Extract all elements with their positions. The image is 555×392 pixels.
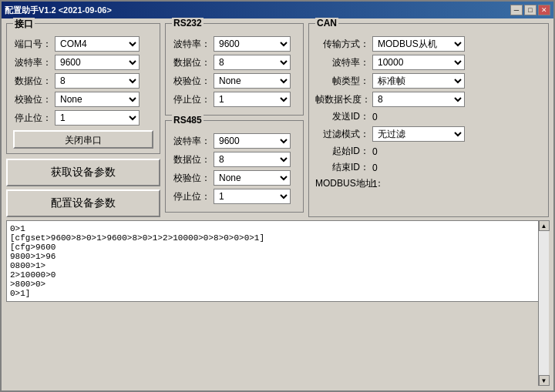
can-panel-title: CAN	[315, 18, 338, 28]
rs485-panel: RS485 波特率： 9600 数据位： 8	[165, 120, 304, 213]
trans-select[interactable]: MODBUS从机	[372, 36, 465, 52]
scrollbar[interactable]: ▲ ▼	[538, 220, 549, 386]
data-row-rs232: 数据位： 8	[172, 55, 297, 70]
framelen-label: 帧数据长度：	[315, 93, 369, 106]
log-line: 0>1	[10, 224, 534, 233]
log-area[interactable]: 0>1[cfgset>9600>8>0>1>9600>8>0>1>2>10000…	[6, 220, 549, 302]
baud-label-jiekou: 波特率：	[13, 56, 52, 69]
framelen-select[interactable]: 8	[372, 92, 465, 107]
rs232-panel-title: RS232	[172, 18, 204, 28]
modbus-label: MODBUS地址：	[315, 177, 369, 190]
stop-select-rs485[interactable]: 1	[214, 189, 291, 204]
baud-select-rs232[interactable]: 9600	[214, 36, 291, 52]
data-select-rs232[interactable]: 8	[214, 55, 291, 70]
filter-select[interactable]: 无过滤	[372, 126, 465, 142]
stop-row-jiekou: 停止位： 1	[13, 110, 153, 126]
frame-select[interactable]: 标准帧	[372, 73, 465, 89]
baud-select-can[interactable]: 10000	[372, 55, 465, 70]
check-row-jiekou: 校验位： None	[13, 92, 153, 107]
filter-row: 过滤模式： 无过滤	[315, 126, 542, 142]
get-params-button[interactable]: 获取设备参数	[6, 159, 160, 186]
rs485-panel-title: RS485	[172, 115, 204, 126]
data-label-jiekou: 数据位：	[13, 75, 52, 88]
sendid-label: 发送ID：	[315, 110, 369, 123]
close-port-button[interactable]: 关闭串口	[13, 130, 153, 149]
stop-row-rs485: 停止位： 1	[172, 189, 297, 204]
baud-label-rs485: 波特率：	[172, 135, 210, 148]
log-line: [cfgset>9600>8>0>1>9600>8>0>1>2>10000>0>…	[10, 233, 534, 243]
baud-select-jiekou[interactable]: 9600	[55, 55, 140, 70]
endid-label: 结束ID：	[315, 161, 369, 174]
main-window: 配置助手V1.2 <2021-09-06> ─ □ ✕ 接口 端口号： COM4	[0, 0, 555, 392]
jiekou-column: 接口 端口号： COM4 波特率： 9600	[6, 23, 160, 217]
startid-label: 起始ID：	[315, 145, 369, 158]
log-line: [cfg>9600	[10, 243, 534, 252]
maximize-button[interactable]: □	[524, 5, 536, 15]
endid-value: 0	[372, 162, 378, 173]
jiekou-panel: 接口 端口号： COM4 波特率： 9600	[6, 23, 160, 154]
data-row-rs485: 数据位： 8	[172, 152, 297, 167]
baud-row-can: 波特率： 10000	[315, 55, 542, 70]
baud-label-rs232: 波特率：	[172, 38, 210, 51]
check-row-rs232: 校验位： None	[172, 73, 297, 89]
baud-label-can: 波特率：	[315, 56, 369, 69]
check-label-rs232: 校验位：	[172, 75, 210, 88]
startid-row: 起始ID： 0	[315, 145, 542, 158]
log-line: 0>1]	[10, 289, 534, 298]
can-panel: CAN 传输方式： MODBUS从机 波特率： 10000 帧类型：	[308, 23, 549, 217]
check-label-jiekou: 校验位：	[13, 93, 52, 106]
framelen-row: 帧数据长度： 8	[315, 92, 542, 107]
minimize-button[interactable]: ─	[510, 5, 523, 15]
stop-row-rs232: 停止位： 1	[172, 92, 297, 107]
log-line: 9800>1>96	[10, 252, 534, 261]
title-bar: 配置助手V1.2 <2021-09-06> ─ □ ✕	[2, 2, 553, 18]
baud-row-rs232: 波特率： 9600	[172, 36, 297, 52]
top-panels-row: 接口 端口号： COM4 波特率： 9600	[6, 23, 549, 217]
stop-select-rs232[interactable]: 1	[214, 92, 291, 107]
title-bar-controls: ─ □ ✕	[510, 5, 550, 15]
close-button[interactable]: ✕	[538, 5, 550, 15]
check-select-jiekou[interactable]: None	[55, 92, 140, 107]
stop-select-jiekou[interactable]: 1	[55, 110, 140, 126]
log-line: >800>0>	[10, 280, 534, 289]
check-select-rs485[interactable]: None	[214, 170, 291, 186]
check-row-rs485: 校验位： None	[172, 170, 297, 186]
check-select-rs232[interactable]: None	[214, 73, 291, 89]
stop-label-jiekou: 停止位：	[13, 112, 52, 125]
set-params-button[interactable]: 配置设备参数	[6, 189, 160, 217]
frame-label: 帧类型：	[315, 75, 369, 88]
rs-column: RS232 波特率： 9600 数据位： 8	[165, 23, 304, 217]
data-select-rs485[interactable]: 8	[214, 152, 291, 167]
frame-row: 帧类型： 标准帧	[315, 73, 542, 89]
stop-label-rs232: 停止位：	[172, 93, 210, 106]
modbus-row: MODBUS地址： 1	[315, 177, 542, 190]
check-label-rs485: 校验位：	[172, 172, 210, 185]
trans-row: 传输方式： MODBUS从机	[315, 36, 542, 52]
scroll-down-button[interactable]: ▼	[539, 375, 550, 386]
baud-row-jiekou: 波特率： 9600	[13, 55, 153, 70]
log-line: 2>10000>0	[10, 270, 534, 280]
filter-label: 过滤模式：	[315, 128, 369, 141]
endid-row: 结束ID： 0	[315, 161, 542, 174]
data-row-jiekou: 数据位： 8	[13, 73, 153, 89]
log-line: 0800>1>	[10, 261, 534, 270]
port-label: 端口号：	[13, 38, 52, 51]
baud-row-rs485: 波特率： 9600	[172, 133, 297, 149]
baud-select-rs485[interactable]: 9600	[214, 133, 291, 149]
sendid-value: 0	[372, 112, 378, 122]
rs232-panel: RS232 波特率： 9600 数据位： 8	[165, 23, 304, 116]
trans-label: 传输方式：	[315, 38, 369, 51]
modbus-value: 1	[372, 179, 378, 189]
data-label-rs485: 数据位：	[172, 153, 210, 166]
data-label-rs232: 数据位：	[172, 56, 210, 69]
window-title: 配置助手V1.2 <2021-09-06>	[5, 5, 112, 16]
jiekou-panel-title: 接口	[13, 18, 35, 31]
scroll-up-button[interactable]: ▲	[539, 220, 550, 231]
scroll-track	[539, 231, 549, 375]
port-row: 端口号： COM4	[13, 36, 153, 52]
data-select-jiekou[interactable]: 8	[55, 73, 140, 89]
sendid-row: 发送ID： 0	[315, 110, 542, 123]
startid-value: 0	[372, 146, 378, 157]
port-select[interactable]: COM4	[55, 36, 140, 52]
stop-label-rs485: 停止位：	[172, 190, 210, 203]
